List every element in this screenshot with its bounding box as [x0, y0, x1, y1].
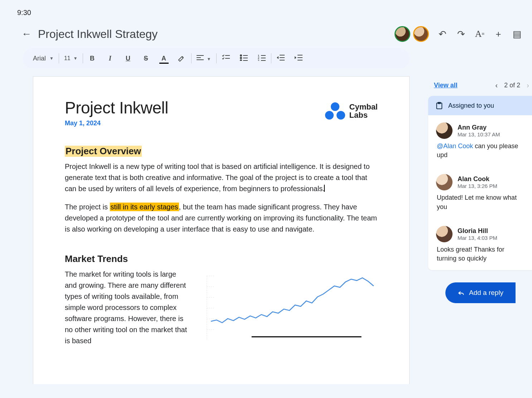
heading-market: Market Trends: [65, 253, 378, 264]
back-icon[interactable]: ←: [21, 28, 32, 40]
comment[interactable]: Ann Gray Mar 13, 10:37 AM @Alan Cook can…: [428, 115, 532, 167]
outdent-button[interactable]: [276, 54, 285, 63]
comment-pager: ‹ 2 of 2 ›: [495, 81, 529, 89]
reply-icon: [458, 289, 465, 296]
svg-marker-24: [295, 56, 296, 59]
highlight-color-button[interactable]: [178, 54, 186, 62]
font-size-select[interactable]: 11 ▼: [64, 55, 78, 62]
brand-name: Cymbal Labs: [349, 103, 378, 119]
italic-button[interactable]: I: [106, 55, 115, 62]
brand-logo: Cymbal Labs: [325, 98, 378, 120]
avatar[interactable]: [395, 26, 410, 42]
paragraph: The market for writing tools is large an…: [65, 269, 190, 346]
bullet-list-button[interactable]: [240, 54, 248, 63]
avatar[interactable]: [413, 26, 429, 42]
numbered-list-button[interactable]: 123: [257, 54, 266, 63]
strikethrough-button[interactable]: S: [142, 55, 150, 62]
chevron-down-icon: ▼: [49, 56, 54, 61]
font-size-value: 11: [64, 55, 71, 62]
comment[interactable]: Gloria Hill Mar 13, 4:03 PM Looks great!…: [428, 219, 532, 270]
heading-overview: Project Overview: [65, 146, 142, 157]
redo-icon[interactable]: ↷: [456, 29, 466, 39]
assigned-label: Assigned to you: [448, 102, 494, 110]
chevron-down-icon: ▼: [73, 56, 78, 61]
header-actions: ↶ ↷ A≡ + ▤: [395, 26, 522, 42]
add-reply-label: Add a reply: [469, 289, 503, 297]
svg-text:3: 3: [258, 59, 260, 61]
text-caret: [324, 185, 325, 192]
pager-prev-icon[interactable]: ‹: [495, 81, 498, 89]
comment-time: Mar 13, 3:26 PM: [458, 183, 497, 189]
underline-button[interactable]: U: [124, 55, 132, 62]
font-family-value: Arial: [33, 55, 46, 62]
align-button[interactable]: ▼: [197, 55, 211, 62]
panel-icon[interactable]: ▤: [512, 29, 522, 39]
avatar: [436, 122, 453, 139]
bold-button[interactable]: B: [88, 55, 97, 62]
avatar: [436, 174, 453, 190]
comment-body: Looks great! Thanks for turning so quick…: [436, 245, 524, 263]
pager-next-icon[interactable]: ›: [527, 81, 529, 89]
paragraph: Project Inkwell is a new type of writing…: [65, 161, 378, 194]
comment-body: @Alan Cook can you please upd: [436, 142, 524, 160]
logo-mark-icon: [325, 102, 345, 120]
comment-time: Mar 13, 4:03 PM: [458, 235, 497, 241]
collaborator-avatars: [395, 26, 429, 42]
document-date: May 1, 2024: [65, 120, 168, 127]
undo-icon[interactable]: ↶: [437, 29, 448, 39]
comment-body: Updated! Let me know what you: [436, 193, 524, 211]
text-format-icon[interactable]: A≡: [475, 29, 485, 39]
highlighted-text: still in its early stages: [110, 203, 179, 211]
mention[interactable]: @Alan Cook: [437, 142, 473, 150]
text-color-button[interactable]: A: [160, 55, 168, 62]
market-trend-chart: [199, 269, 378, 344]
paragraph: The project is still in its early stages…: [65, 202, 378, 235]
indent-button[interactable]: [294, 54, 303, 63]
chevron-down-icon: ▼: [207, 57, 211, 62]
svg-point-5: [240, 55, 242, 56]
pager-count: 2 of 2: [504, 82, 520, 89]
svg-marker-20: [277, 56, 279, 59]
checklist-button[interactable]: [222, 54, 230, 63]
comment-author: Gloria Hill: [458, 227, 497, 235]
view-all-link[interactable]: View all: [434, 82, 458, 89]
app-window: ← Project Inkwell Strategy ↶ ↷ A≡ + ▤ Ar…: [9, 22, 532, 384]
document-page[interactable]: Project Inkwell May 1, 2024 Cymbal Labs …: [33, 76, 410, 384]
add-icon[interactable]: +: [493, 29, 503, 39]
document-title[interactable]: Project Inkwell Strategy: [38, 28, 388, 41]
comment-author: Ann Gray: [458, 124, 500, 131]
comments-panel: View all ‹ 2 of 2 › Assigned to you: [410, 76, 532, 384]
formatting-toolbar: Arial ▼ 11 ▼ B I U S A: [23, 48, 410, 68]
svg-point-7: [240, 57, 242, 59]
assignment-icon: [435, 102, 443, 110]
comment-thread: Assigned to you Ann Gray Mar 13, 10:37 A…: [428, 96, 532, 270]
assigned-to-you-bar[interactable]: Assigned to you: [428, 96, 532, 115]
avatar: [436, 226, 453, 242]
font-family-select[interactable]: Arial ▼: [33, 55, 54, 62]
page-title: Project Inkwell: [65, 98, 168, 117]
status-bar-time: 9:30: [9, 6, 532, 22]
svg-point-9: [240, 60, 242, 61]
comment-time: Mar 13, 10:37 AM: [458, 131, 500, 137]
comment[interactable]: Alan Cook Mar 13, 3:26 PM Updated! Let m…: [428, 167, 532, 218]
comment-author: Alan Cook: [458, 175, 497, 183]
add-reply-button[interactable]: Add a reply: [445, 282, 516, 303]
